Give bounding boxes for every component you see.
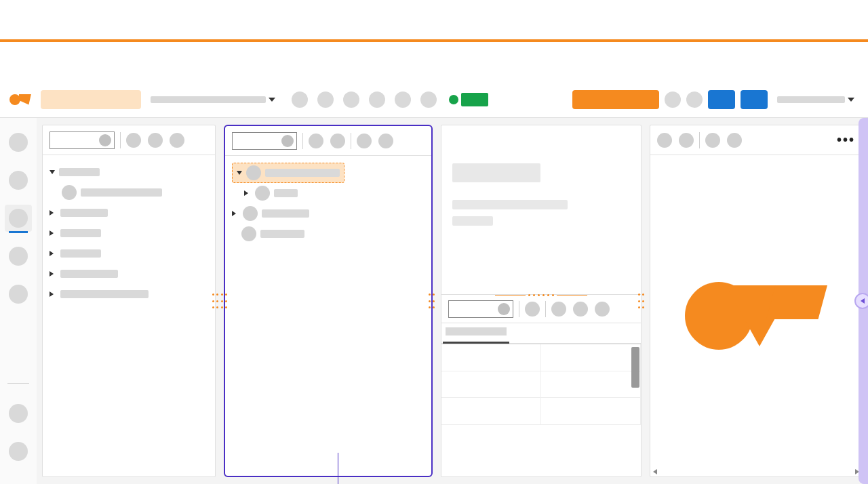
panel-tool-button[interactable] [378, 134, 393, 148]
detail-text [452, 200, 568, 209]
scrollbar-horizontal[interactable] [653, 468, 859, 475]
panel-tool-button[interactable] [657, 133, 672, 148]
header-tool-button[interactable] [343, 92, 359, 108]
tree-node[interactable] [50, 204, 208, 222]
table-row[interactable] [441, 371, 641, 399]
app-title-pill[interactable] [41, 90, 141, 109]
header-tool-button[interactable] [420, 92, 437, 108]
caret-right-icon[interactable] [244, 190, 251, 196]
rail-button[interactable] [5, 281, 32, 308]
panel-tool-button[interactable] [705, 133, 720, 148]
tree-node[interactable] [50, 285, 208, 303]
rail-button[interactable] [5, 243, 32, 270]
search-icon [498, 303, 510, 315]
panel-tool-button[interactable] [551, 302, 566, 317]
context-dropdown-1[interactable] [146, 90, 279, 109]
main-header [0, 81, 868, 118]
panel-tool-button[interactable] [573, 302, 588, 317]
rail-button[interactable] [5, 438, 32, 465]
search-input[interactable] [50, 131, 115, 149]
tab-bar [441, 323, 641, 344]
panel-header [225, 126, 431, 156]
caret-right-icon[interactable] [50, 291, 56, 297]
panel-tool-button[interactable] [525, 302, 540, 317]
expand-rail-button[interactable] [854, 293, 868, 309]
app-logo[interactable] [9, 93, 33, 106]
tree-node[interactable] [232, 184, 425, 202]
header-tool-button[interactable] [369, 92, 385, 108]
panel-tool-button[interactable] [727, 133, 742, 148]
tree-node[interactable] [50, 245, 208, 262]
chevron-down-icon [848, 98, 854, 102]
tree-body [43, 155, 215, 476]
separator [545, 301, 546, 317]
caret-right-icon[interactable] [50, 251, 56, 256]
rail-button-active[interactable] [5, 205, 32, 232]
rail-button[interactable] [5, 167, 32, 194]
table-row[interactable] [441, 398, 641, 425]
rail-button[interactable] [5, 129, 32, 156]
caret-right-icon[interactable] [50, 210, 56, 216]
search-icon [99, 134, 111, 146]
tree-node[interactable] [232, 205, 425, 222]
panel-tool-button[interactable] [595, 302, 610, 317]
rail-divider [7, 383, 29, 384]
separator [699, 132, 700, 148]
search-icon [281, 135, 294, 147]
panel-header: ••• [650, 125, 862, 155]
context-dropdown-2[interactable] [773, 90, 859, 109]
header-tool-button[interactable] [317, 92, 334, 108]
secondary-action-button[interactable] [708, 90, 735, 109]
header-tool-button[interactable] [292, 92, 308, 108]
scrollbar-vertical[interactable] [631, 347, 639, 388]
data-grid[interactable] [441, 344, 641, 425]
caret-right-icon[interactable] [50, 230, 56, 236]
panel-tool-button[interactable] [309, 134, 323, 148]
panel-tool-button[interactable] [148, 133, 163, 148]
status-label [461, 93, 488, 106]
preview-canvas[interactable] [650, 155, 862, 476]
node-icon [243, 206, 258, 221]
tree-body [225, 156, 431, 476]
rail-button[interactable] [5, 400, 32, 427]
caret-down-icon[interactable] [237, 171, 242, 175]
tab-item[interactable] [446, 327, 507, 336]
panel-tool-button[interactable] [357, 134, 372, 148]
tree-node[interactable] [232, 225, 425, 243]
panel-tool-button[interactable] [679, 133, 694, 148]
chevron-down-icon [269, 98, 275, 102]
status-dot-icon [449, 95, 458, 104]
caret-right-icon[interactable] [50, 271, 56, 277]
tree-node[interactable] [50, 184, 208, 201]
panel-tool-button[interactable] [330, 134, 345, 148]
table-row[interactable] [441, 344, 641, 371]
search-input[interactable] [448, 300, 513, 318]
panel-preview: ••• [650, 125, 863, 477]
resize-handle[interactable] [429, 293, 435, 308]
secondary-action-button[interactable] [741, 90, 768, 109]
tree-node[interactable] [50, 265, 208, 283]
caret-right-icon[interactable] [232, 211, 239, 216]
tree-node[interactable] [50, 224, 208, 242]
resize-handle[interactable] [221, 293, 228, 308]
right-collapsed-rail[interactable] [859, 118, 868, 484]
header-tool-button[interactable] [686, 92, 703, 108]
panel-tool-button[interactable] [170, 133, 184, 148]
header-tool-button[interactable] [395, 92, 411, 108]
panel-tool-button[interactable] [126, 133, 141, 148]
resize-handle[interactable] [638, 293, 645, 308]
caret-down-icon[interactable] [50, 170, 55, 174]
search-input[interactable] [232, 132, 297, 150]
overflow-menu-icon[interactable]: ••• [837, 132, 855, 148]
resize-handle-horizontal[interactable] [490, 291, 592, 298]
panel-header [43, 125, 215, 155]
primary-action-button[interactable] [572, 90, 659, 109]
tree-node[interactable] [50, 163, 208, 181]
separator [302, 133, 303, 149]
tree-node-selected[interactable] [232, 164, 425, 182]
header-tool-button[interactable] [665, 92, 681, 108]
resize-handle[interactable] [212, 293, 219, 308]
scroll-left-icon[interactable] [653, 469, 657, 474]
node-icon [255, 186, 270, 201]
panels-container: ••• [37, 118, 868, 484]
